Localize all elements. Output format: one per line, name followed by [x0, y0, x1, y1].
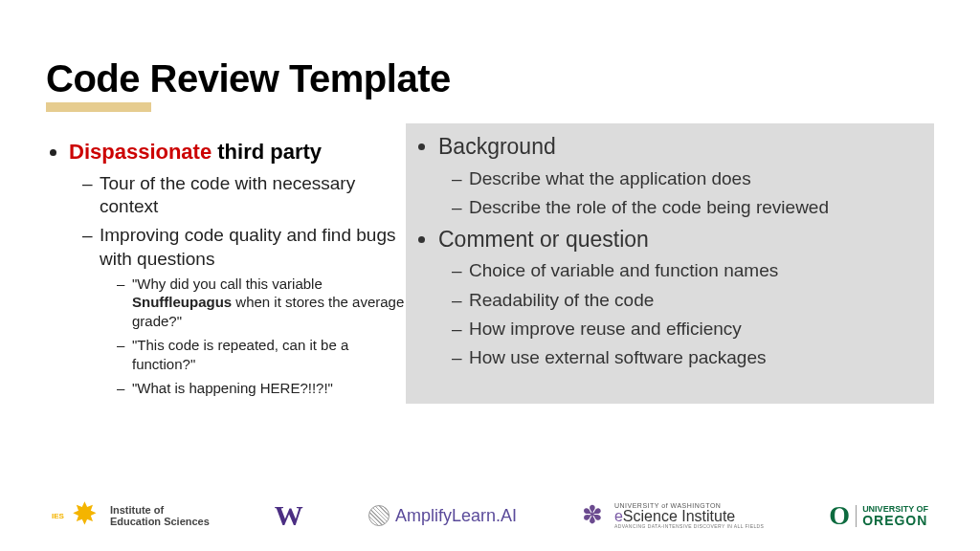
escience-text: UNIVERSITY of WASHINGTON eScience Instit…	[614, 502, 764, 529]
title-underline	[46, 102, 151, 112]
right-list: Background Describe what the application…	[417, 133, 921, 370]
ies-label: IES	[52, 512, 64, 520]
uw-logo: W	[275, 499, 303, 532]
list-item: Readability of the code	[452, 289, 921, 312]
left-heading: Dispassionate third party Tour of the co…	[69, 139, 406, 398]
list-item: Tour of the code with necessary context	[82, 172, 406, 219]
amplify-text: AmplifyLearn.AI	[395, 506, 517, 526]
brain-icon	[368, 505, 390, 526]
slide: Code Review Template Dispassionate third…	[0, 0, 980, 551]
list-item: "What is happening HERE?!!?!"	[117, 379, 406, 398]
escience-logo: UNIVERSITY of WASHINGTON eScience Instit…	[582, 502, 764, 529]
ies-logo: IES Institute of Education Sciences	[52, 499, 210, 532]
uw-w-icon: W	[275, 499, 303, 532]
list-item: Improving code quality and find bugs wit…	[82, 224, 406, 398]
highlight-word: Dispassionate	[69, 140, 212, 164]
columns: Dispassionate third party Tour of the co…	[46, 129, 934, 404]
list-item: How improve reuse and efficiency	[452, 318, 921, 341]
list-item: Choice of variable and function names	[452, 259, 921, 282]
uo-text: UNIVERSITY OF OREGON	[856, 505, 928, 527]
right-sublist: Choice of variable and function names Re…	[438, 259, 921, 369]
list-item: "This code is repeated, can it be a func…	[117, 336, 406, 373]
list-item: "Why did you call this variable Snuffleu…	[117, 275, 406, 331]
logo-bar: IES Institute of Education Sciences W Am…	[0, 492, 980, 540]
left-sublist: Tour of the code with necessary context …	[69, 172, 406, 398]
network-icon	[582, 502, 609, 529]
section-heading: Background Describe what the application…	[438, 133, 921, 220]
left-list: Dispassionate third party Tour of the co…	[48, 139, 406, 398]
list-item: How use external software packages	[452, 346, 921, 369]
heading-rest: third party	[212, 140, 322, 164]
right-sublist: Describe what the application does Descr…	[438, 167, 921, 220]
list-item-text: Improving code quality and find bugs wit…	[100, 225, 395, 268]
right-column: Background Describe what the application…	[406, 123, 934, 404]
question-list: "Why did you call this variable Snuffleu…	[100, 275, 406, 398]
uoregon-logo: O UNIVERSITY OF OREGON	[829, 500, 928, 531]
section-heading: Comment or question Choice of variable a…	[438, 226, 921, 370]
list-item: Describe the role of the code being revi…	[452, 196, 921, 219]
sun-icon	[72, 499, 104, 532]
amplify-logo: AmplifyLearn.AI	[368, 505, 517, 526]
left-column: Dispassionate third party Tour of the co…	[46, 129, 406, 404]
title-block: Code Review Template	[46, 57, 934, 112]
list-item: Describe what the application does	[452, 167, 921, 190]
slide-title: Code Review Template	[46, 57, 934, 100]
uo-o-icon: O	[829, 500, 850, 531]
ies-text: Institute of Education Sciences	[110, 504, 210, 527]
